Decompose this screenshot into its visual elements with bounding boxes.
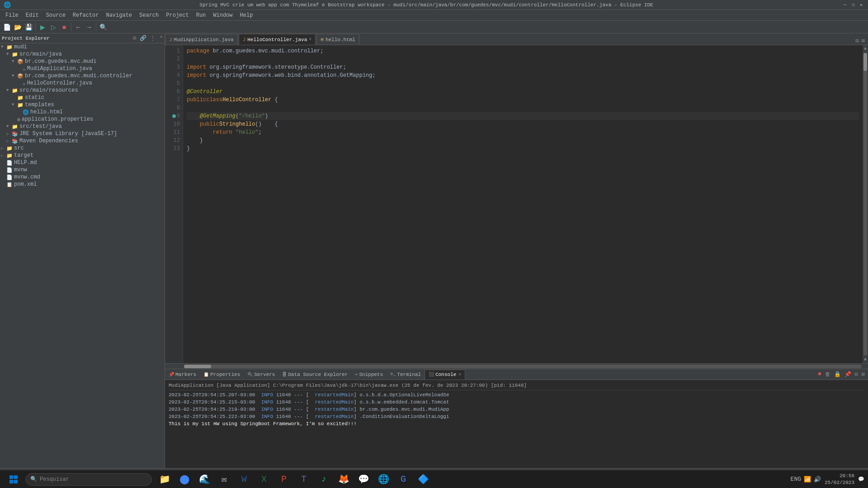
menu-project[interactable]: Project (162, 11, 192, 19)
menu-file[interactable]: File (2, 11, 22, 19)
tree-item-hellocontroller[interactable]: ▷ ☕ HelloController.java (0, 80, 165, 87)
tree-item-pkg-controller[interactable]: ▼ 📦 br.com.guedes.mvc.mudi.controller (0, 72, 165, 80)
console-maximize-icon[interactable]: ⊞ (860, 371, 866, 378)
pe-menu[interactable]: ⋮ (149, 34, 157, 42)
bottom-panel: 📌 Markers 📋 Properties 🔌 Servers 🗄 Data … (165, 369, 868, 468)
code-line-2 (187, 55, 859, 63)
h-scroll-track[interactable] (184, 365, 862, 368)
tree-item-src-test-java[interactable]: ▼ 📁 src/test/java (0, 123, 165, 130)
tree-item-maven[interactable]: ▷ 📚 Maven Dependencies (0, 137, 165, 145)
tree-item-target[interactable]: ▷ 📁 target (0, 152, 165, 159)
console-pin-icon[interactable]: 📌 (843, 371, 853, 378)
console-minimize-icon[interactable]: ⊟ (854, 371, 859, 378)
toolbar-back[interactable]: ← (73, 22, 83, 32)
tree-item-src-main-java[interactable]: ▼ 📁 src/main/java (0, 51, 165, 58)
bottom-tab-servers[interactable]: 🔌 Servers (244, 370, 278, 380)
taskbar-app-word[interactable]: W (235, 470, 253, 488)
v-scroll-thumb[interactable] (863, 53, 867, 71)
bottom-tab-terminal[interactable]: >_ Terminal (387, 370, 425, 380)
toolbar-open[interactable]: 📂 (13, 22, 23, 32)
menu-help[interactable]: Help (236, 11, 257, 19)
menu-refactor[interactable]: Refactor (69, 11, 103, 19)
bottom-tab-close-console[interactable]: × (458, 372, 461, 377)
taskbar-search[interactable]: 🔍 Pesquisar (25, 473, 152, 486)
tree-item-appprops[interactable]: ▷ ⚙ application.properties (0, 116, 165, 123)
taskbar-app-excel[interactable]: X (255, 470, 273, 488)
bottom-tab-label-markers: Markers (175, 372, 196, 377)
minimize-button[interactable]: — (842, 2, 848, 8)
menu-run[interactable]: Run (193, 11, 210, 19)
console-stop-icon[interactable]: ■ (816, 371, 822, 378)
pe-controls: ⊟ 🔗 ⋮ × (132, 34, 163, 42)
bottom-tab-snippets[interactable]: ✂ Snippets (351, 370, 387, 380)
tab-hello-controller[interactable]: J HelloController.java × (239, 34, 316, 45)
tree-item-help[interactable]: ▷ 📄 HELP.md (0, 159, 165, 166)
code-content[interactable]: package br.com.guedes.mvc.mudi.controlle… (183, 45, 863, 363)
toolbar-search[interactable]: 🔍 (98, 22, 108, 32)
v-scrollbar[interactable]: ▲ ▼ (863, 45, 868, 363)
tree-item-static[interactable]: ▷ 📁 static (0, 94, 165, 101)
bottom-tab-properties[interactable]: 📋 Properties (200, 370, 244, 380)
taskbar-notification-icon[interactable]: 💬 (858, 476, 864, 482)
bottom-tab-console[interactable]: ⬛ Console × (425, 370, 465, 380)
tab-max-button[interactable]: ⊞ (860, 37, 866, 45)
pe-link[interactable]: 🔗 (138, 34, 148, 42)
toolbar-forward[interactable]: → (84, 22, 94, 32)
tree-item-src-main-resources[interactable]: ▼ 📁 src/main/resources (0, 87, 165, 94)
tree-item-mvnw[interactable]: ▷ 📄 mvnw (0, 166, 165, 174)
taskbar-app-files[interactable]: 📁 (156, 470, 174, 488)
bottom-tab-markers[interactable]: 📌 Markers (165, 370, 200, 380)
markers-icon: 📌 (169, 372, 174, 377)
tree-item-templates[interactable]: ▼ 📁 templates (0, 101, 165, 108)
pe-close-button[interactable]: × (160, 34, 163, 42)
taskbar-app-mail[interactable]: ✉ (215, 470, 233, 488)
tree-item-pom[interactable]: ▷ 📋 pom.xml (0, 181, 165, 188)
menu-edit[interactable]: Edit (22, 11, 42, 19)
tab-min-button[interactable]: ⊟ (854, 37, 860, 45)
taskbar-app-whatsapp[interactable]: 💬 (354, 470, 373, 488)
taskbar-app-teams[interactable]: T (295, 470, 313, 488)
taskbar-wifi-icon: 📶 (804, 476, 811, 483)
toolbar-stop[interactable]: ■ (59, 22, 69, 32)
tree-item-jre[interactable]: ▷ 📚 JRE System Library [JavaSE-17] (0, 130, 165, 137)
toolbar-save[interactable]: 💾 (24, 22, 33, 32)
tab-close-hello-ctrl[interactable]: × (309, 37, 311, 42)
taskbar-app-edge[interactable]: 🌊 (195, 470, 213, 488)
toolbar-run[interactable]: ▷ (48, 22, 58, 32)
v-scroll-track[interactable] (863, 53, 867, 356)
toolbar-debug[interactable]: ▶ (38, 22, 47, 32)
tree-item-mudi[interactable]: ▼ 📁 mudi (0, 43, 165, 51)
menu-source[interactable]: Source (42, 11, 69, 19)
tree-item-hello-html[interactable]: ▷ 🌐 hello.html (0, 108, 165, 116)
bottom-tab-datasource[interactable]: 🗄 Data Source Explorer (278, 370, 351, 380)
search-icon: 🔍 (30, 476, 37, 483)
tab-mudi-application[interactable]: J MudiApplication.java (165, 34, 238, 45)
tree-item-mudiapp[interactable]: ▷ ☕ MudiApplication.java (0, 65, 165, 72)
taskbar-app-chrome[interactable]: ⬤ (175, 470, 193, 488)
tree-item-mvnw-cmd[interactable]: ▷ 📄 mvnw.cmd (0, 174, 165, 181)
menu-search[interactable]: Search (136, 11, 162, 19)
taskbar-start-button[interactable] (4, 470, 24, 488)
maximize-button[interactable]: ❐ (850, 2, 856, 8)
console-scroll-lock-icon[interactable]: 🔒 (833, 371, 842, 378)
v-scroll-down-arrow[interactable]: ▼ (863, 357, 868, 363)
taskbar-app-spotify[interactable]: ♪ (315, 470, 333, 488)
v-scroll-up-arrow[interactable]: ▲ (863, 45, 868, 52)
console-clear-icon[interactable]: 🗑 (824, 371, 832, 378)
h-scrollbar[interactable] (165, 363, 868, 369)
toolbar-new[interactable]: 📄 (2, 22, 12, 32)
taskbar-app-other[interactable]: 🔷 (414, 470, 432, 488)
tab-hello-html[interactable]: H hello.html (316, 34, 359, 45)
menu-navigate[interactable]: Navigate (102, 11, 136, 19)
close-button[interactable]: ✕ (858, 2, 864, 8)
taskbar-app-eclipse[interactable]: 🌐 (374, 470, 392, 488)
tree-item-src[interactable]: ▷ 📁 src (0, 145, 165, 152)
taskbar-app-powerpoint[interactable]: P (275, 470, 293, 488)
taskbar-app-firefox[interactable]: 🦊 (335, 470, 353, 488)
tree-item-pkg-mudi[interactable]: ▼ 📦 br.com.guedes.mvc.mudi (0, 58, 165, 65)
java-icon-hellocontroller: ☕ (23, 80, 26, 86)
h-scroll-thumb[interactable] (184, 365, 211, 368)
taskbar-app-google[interactable]: G (394, 470, 412, 488)
pe-collapse-all[interactable]: ⊟ (132, 34, 137, 42)
menu-window[interactable]: Window (209, 11, 236, 19)
